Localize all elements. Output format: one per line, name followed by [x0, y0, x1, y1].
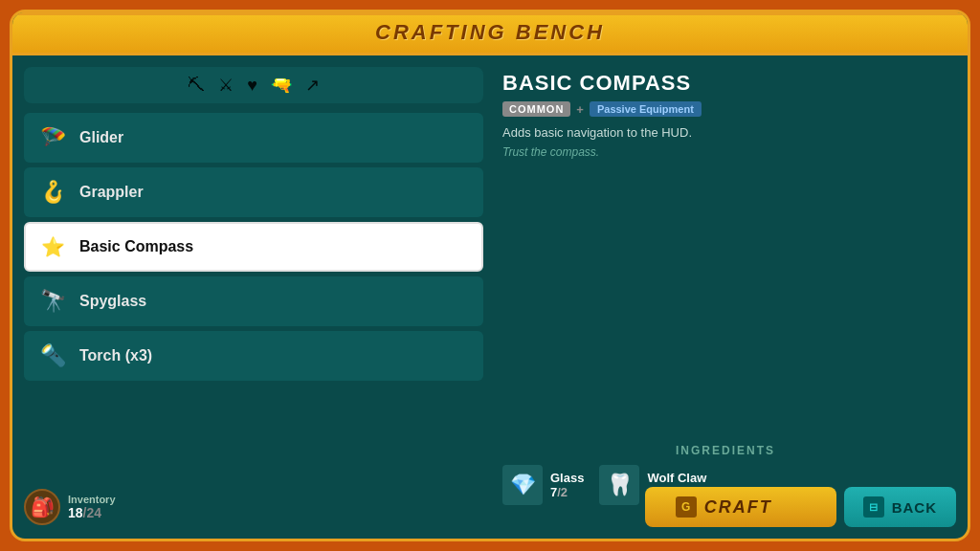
- item-flavor: Trust the compass.: [502, 145, 948, 159]
- inventory-text: Inventory 18/24: [68, 494, 116, 520]
- back-key-icon: ⊟: [863, 496, 884, 518]
- inventory-label: Inventory: [68, 494, 116, 505]
- inventory-count: 18/24: [68, 505, 116, 520]
- spyglass-label: Spyglass: [79, 293, 146, 310]
- tab-tools[interactable]: ⛏: [188, 76, 205, 96]
- glass-name: Glass: [550, 471, 584, 485]
- tab-gadgets[interactable]: 🔫: [271, 75, 292, 96]
- compass-icon: ⭐: [35, 230, 70, 264]
- type-badge: Passive Equipment: [590, 101, 702, 117]
- compass-label: Basic Compass: [79, 238, 193, 255]
- glider-label: Glider: [79, 129, 123, 146]
- main-content: ⛏ ⚔ ♥ 🔫 ↗ 🪂 Glider 🪝 Grappler ⭐: [12, 55, 968, 532]
- title-bar: CRAFTING BENCH: [12, 12, 968, 55]
- craft-key-icon: G: [676, 496, 697, 518]
- category-tabs: ⛏ ⚔ ♥ 🔫 ↗: [24, 67, 483, 103]
- item-basic-compass[interactable]: ⭐ Basic Compass: [24, 222, 483, 272]
- item-grappler[interactable]: 🪝 Grappler: [24, 167, 483, 217]
- tab-health[interactable]: ♥: [247, 76, 257, 96]
- crafting-window: CRAFTING BENCH ⛏ ⚔ ♥ 🔫 ↗ 🪂 Glider 🪝: [10, 10, 970, 541]
- glider-icon: 🪂: [35, 121, 70, 155]
- spyglass-icon: 🔭: [35, 284, 70, 319]
- back-button[interactable]: ⊟ BACK: [844, 487, 956, 527]
- grappler-label: Grappler: [79, 184, 144, 201]
- craft-button[interactable]: G CRAFT: [645, 487, 836, 527]
- craft-label: CRAFT: [704, 497, 772, 518]
- right-panel: BASIC COMPASS COMMON + Passive Equipment…: [495, 67, 956, 520]
- right-buttons: G CRAFT ⊟ BACK: [645, 487, 956, 527]
- wolf-claw-name: Wolf Claw: [647, 471, 706, 485]
- item-description: Adds basic navigation to the HUD.: [502, 124, 948, 142]
- torch-label: Torch (x3): [79, 347, 152, 364]
- inventory-icon: 🎒: [24, 489, 60, 525]
- inventory-info: 🎒 Inventory 18/24: [24, 489, 116, 525]
- tab-weapons[interactable]: ⚔: [218, 75, 234, 96]
- tab-other[interactable]: ↗: [305, 75, 320, 96]
- ingredients-label: INGREDIENTS: [502, 444, 948, 457]
- left-panel: ⛏ ⚔ ♥ 🔫 ↗ 🪂 Glider 🪝 Grappler ⭐: [24, 67, 483, 520]
- item-list: 🪂 Glider 🪝 Grappler ⭐ Basic Compass 🔭 Sp…: [24, 113, 483, 381]
- torch-icon: 🔦: [35, 339, 70, 373]
- window-title: CRAFTING BENCH: [375, 20, 605, 44]
- item-glider[interactable]: 🪂 Glider: [24, 113, 483, 163]
- grappler-icon: 🪝: [35, 175, 70, 209]
- plus-icon: +: [576, 102, 584, 117]
- detail-title: BASIC COMPASS: [502, 71, 948, 96]
- item-torch[interactable]: 🔦 Torch (x3): [24, 331, 483, 381]
- back-label: BACK: [892, 499, 937, 516]
- bottom-bar: 🎒 Inventory 18/24 G CRAFT ⊟ BACK: [24, 487, 956, 527]
- rarity-badge: COMMON: [502, 101, 570, 117]
- item-spyglass[interactable]: 🔭 Spyglass: [24, 276, 483, 326]
- badges-row: COMMON + Passive Equipment: [502, 101, 948, 117]
